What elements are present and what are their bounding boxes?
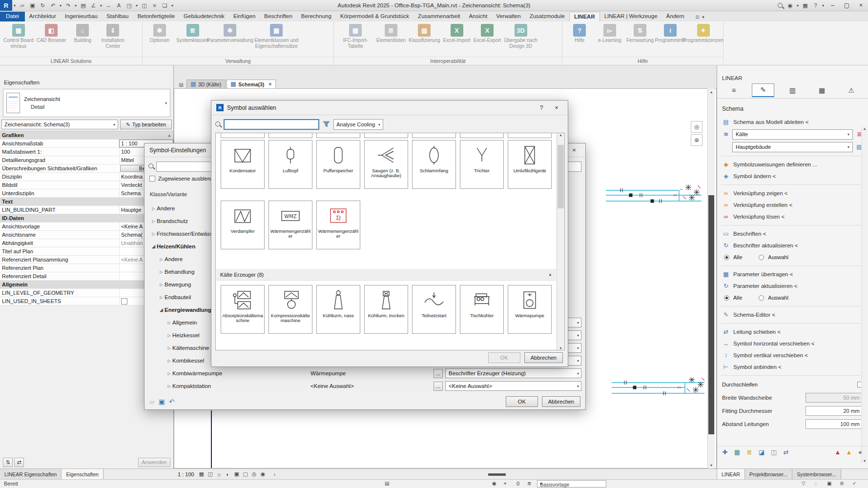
filter-icon[interactable]: ✓	[852, 481, 856, 486]
ribbon-tab[interactable]: Betonfertigteile	[133, 12, 179, 21]
viewbar-icon[interactable]: ☼	[215, 470, 224, 478]
linear-field-input[interactable]: 100 mm	[806, 419, 863, 429]
ribbon-tab[interactable]: Beschriften	[260, 12, 297, 21]
qat-icon[interactable]: ❏	[160, 0, 170, 11]
trade-combo[interactable]: Kälte▾	[732, 129, 853, 140]
building-combo[interactable]: Hauptgebäude▾	[732, 142, 853, 152]
radio-auswahl-2[interactable]	[759, 295, 764, 301]
tree-row[interactable]: ▷Kompaktstation<Keine Auswahl>...<Keine …	[145, 380, 585, 392]
symbol-card-partial[interactable]	[316, 133, 360, 138]
symbol-card[interactable]: Kühlturm, nass	[316, 285, 360, 334]
property-row[interactable]: Grafiken	[0, 131, 173, 140]
hide-assigned-checkbox[interactable]	[149, 176, 155, 182]
ribbon-button[interactable]: ▦IFC-Import-Tabelle	[336, 23, 375, 50]
linear-bottom-icon[interactable]: ◫	[770, 448, 778, 456]
linear-tool[interactable]: ↕Symbol vertikal verschieben <	[717, 349, 868, 361]
panel-tab[interactable]: Projektbrowser...	[745, 469, 792, 479]
apply-button[interactable]: Anwenden	[138, 458, 170, 467]
linear-field-input[interactable]: 50 mm	[806, 393, 863, 403]
close-dialog-icon[interactable]: ×	[550, 103, 563, 113]
linear-mode-tab[interactable]: ✎	[752, 83, 774, 97]
titlebar-icon[interactable]: ◉	[785, 0, 795, 11]
titlebar-icon[interactable]: ▦	[800, 0, 810, 11]
tree-expander-icon[interactable]: ▷	[166, 321, 172, 325]
tree-expander-icon[interactable]: ▷	[166, 359, 172, 363]
view-tab-3d[interactable]: 3D (Kälte)	[186, 80, 226, 88]
linear-tool[interactable]: ◈Symbolzuweisungen definieren ...	[717, 159, 868, 170]
linear-mode-tab[interactable]: ⚠	[840, 83, 863, 97]
tree-expander-icon[interactable]: ◢	[150, 244, 157, 249]
viewbar-icon[interactable]: ◉	[259, 470, 268, 478]
cancel-button[interactable]: Abbrechen	[524, 352, 563, 363]
radio-alle-1[interactable]	[724, 255, 729, 260]
dialog-scrollbar[interactable]: ▲▼	[557, 133, 564, 350]
edit-type-button[interactable]: ✎Typ bearbeiten	[120, 120, 172, 129]
ribbon-button[interactable]: ▻e-Learning	[595, 23, 625, 44]
symbol-card[interactable]: Absorptionskältemaschine	[221, 285, 265, 334]
ribbon-tab[interactable]: Stahlbau	[102, 12, 133, 21]
symbol-search-input[interactable]	[224, 119, 319, 130]
ribbon-button[interactable]: ✱Optionen	[145, 23, 175, 44]
sort-button-2[interactable]: ⇄	[14, 458, 24, 467]
ribbon-button[interactable]: 3DÜbergabe nach Design 3D	[502, 23, 538, 50]
scrollbar-thumb[interactable]	[708, 195, 714, 434]
linear-tool[interactable]: ∞Verknüpfung zeigen <	[717, 187, 868, 199]
ribbon-tab[interactable]: LINEAR	[569, 12, 600, 21]
linear-bottom-icon[interactable]: ≣	[745, 448, 753, 456]
ribbon-tab[interactable]: Ändern	[662, 12, 689, 21]
ribbon-button[interactable]: iProgramminfo	[655, 23, 685, 44]
tree-expander-icon[interactable]: ▷	[166, 346, 172, 350]
qat-icon[interactable]: ↻	[38, 0, 48, 11]
symbol-card-partial[interactable]	[364, 133, 408, 138]
ribbon-tab[interactable]: Berechnung	[297, 12, 336, 21]
symbol-card[interactable]: Lufttopf	[269, 140, 312, 189]
linear-tool[interactable]: ⊢Symbol anbinden <	[717, 361, 868, 373]
radio-alle-2[interactable]	[724, 295, 729, 301]
press-drag-icon[interactable]: ⌖	[504, 481, 507, 487]
symbol-card-partial[interactable]	[221, 133, 265, 138]
vertical-scrollbar[interactable]: ▲ ▼	[707, 88, 715, 468]
ribbon-tab[interactable]: Verwalten	[492, 12, 525, 21]
linear-tool[interactable]: ▭Beschriften <	[717, 228, 868, 240]
radio-auswahl-1[interactable]	[759, 255, 764, 260]
filter-funnel-icon[interactable]	[323, 121, 330, 128]
symbol-card[interactable]: Trichter	[460, 140, 504, 189]
ribbon-tab[interactable]: Architektur	[25, 12, 61, 21]
symbol-card-partial[interactable]	[508, 133, 552, 138]
viewbar-icon[interactable]: ◫	[206, 470, 215, 478]
ribbon-tab[interactable]: Zusatzmodule	[525, 12, 569, 21]
ribbon-button[interactable]: ▦Control Board ein/aus	[2, 23, 35, 50]
linear-tool[interactable]: ∞Verknüpfung erstellen <	[717, 199, 868, 211]
maximize-button[interactable]: ▢	[840, 0, 854, 11]
viewbar-icon[interactable]: ◎	[250, 470, 259, 478]
tree-expander-icon[interactable]: ▷	[158, 257, 165, 262]
qat-icon[interactable]: ◳	[124, 0, 134, 11]
panel-tab[interactable]: Systembrowser...	[792, 469, 841, 479]
ribbon-state-caret-icon[interactable]: ▾	[702, 15, 704, 20]
symbol-card[interactable]: Saugen (z. B. Ansaughaube)	[364, 140, 408, 189]
ribbon-tab[interactable]: Datei	[0, 12, 25, 21]
horizontal-scrollbar-thumb[interactable]	[488, 473, 506, 476]
linear-tool[interactable]: ▦Parameter übertragen <	[717, 268, 868, 280]
beschrifter-dropdown[interactable]: Beschrifter Erzeuger (Heizung)	[445, 368, 581, 378]
linear-tool[interactable]: ◈Symbol ändern <	[717, 170, 868, 182]
save-settings-icon[interactable]: ▣	[159, 398, 165, 406]
ok-button[interactable]: OK	[488, 352, 520, 363]
tree-expander-icon[interactable]: ▷	[150, 206, 157, 211]
scroll-up-icon[interactable]: ▲	[708, 88, 715, 95]
symbol-card[interactable]: Pufferspeicher	[316, 140, 360, 189]
qat-icon[interactable]: ◫	[139, 0, 149, 11]
symbol-card[interactable]: Teilnetzstart	[412, 285, 456, 334]
symbol-card[interactable]: Umluftkühlgerät	[508, 140, 552, 189]
zoom-icon[interactable]: ⊕	[691, 134, 703, 146]
collapse-section-icon[interactable]: ▲	[548, 272, 552, 277]
linear-tool[interactable]: ∞Verknüpfung lösen <	[717, 211, 868, 223]
titlebar-icon[interactable]: ▾	[795, 0, 800, 11]
type-selector-caret-icon[interactable]: ▾	[165, 101, 167, 105]
linear-status-icon[interactable]: ▲	[834, 448, 842, 456]
qat-icon[interactable]: ↶	[48, 0, 58, 11]
symbol-card[interactable]: Schlammfang	[412, 140, 456, 189]
ribbon-button[interactable]: XExcel-Import	[442, 23, 472, 44]
select-underlay-icon[interactable]: ⊘	[840, 481, 844, 486]
qat-icon[interactable]: ↔	[103, 0, 114, 11]
